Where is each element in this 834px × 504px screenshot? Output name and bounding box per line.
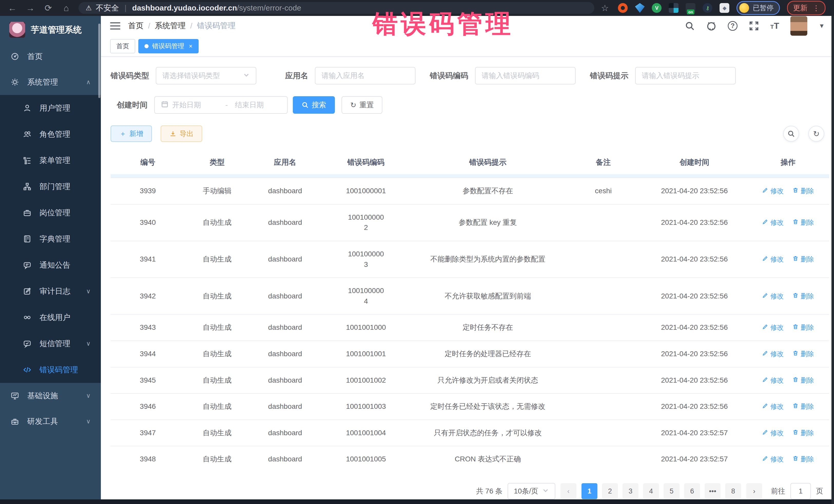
sidebar-item-在线用户[interactable]: 在线用户 [0, 304, 101, 330]
breadcrumb-item[interactable]: 系统管理 [155, 21, 185, 31]
prev-page-button[interactable]: ‹ [561, 483, 576, 499]
github-icon[interactable] [706, 21, 717, 31]
back-button[interactable]: ← [7, 4, 18, 12]
org-icon [23, 182, 32, 191]
breadcrumb-item[interactable]: 首页 [128, 21, 144, 31]
row-app: dashboard [249, 393, 321, 420]
extension-gem-icon[interactable] [635, 3, 644, 13]
sidebar-item-基础设施[interactable]: 基础设施∨ [0, 383, 101, 409]
help-icon[interactable]: ? [728, 21, 738, 31]
profile-paused-badge[interactable]: 已暂停 [737, 1, 780, 15]
date-range-input[interactable]: 开始日期 - 结束日期 [154, 96, 288, 114]
page-button-6[interactable]: 6 [684, 483, 700, 499]
edit-button[interactable]: 修改 [762, 376, 784, 386]
export-button[interactable]: 导出 [161, 126, 202, 142]
reload-button[interactable]: ⟳ [43, 4, 54, 12]
page-button-3[interactable]: 3 [622, 483, 638, 499]
pencil-icon [762, 291, 768, 301]
delete-button[interactable]: 删除 [792, 186, 814, 196]
error-code-input[interactable]: 请输入错误码编码 [475, 67, 576, 84]
close-tab-icon[interactable]: × [189, 43, 193, 50]
pagination: 共 76 条 10条/页 ‹ 123456•••8 › 前往 1 页 [112, 483, 823, 499]
extension-v-icon[interactable]: V [652, 3, 662, 13]
delete-button[interactable]: 删除 [792, 218, 814, 227]
edit-button[interactable]: 修改 [762, 291, 784, 301]
address-bar[interactable]: ⚠ 不安全 | dashboard.yudao.iocoder.cn/syste… [79, 2, 594, 14]
delete-button[interactable]: 删除 [792, 455, 814, 464]
sidebar-item-label: 系统管理 [27, 77, 58, 88]
more-pages-button[interactable]: ••• [705, 483, 721, 499]
bookmark-star-icon[interactable]: ☆ [601, 3, 609, 13]
page-size-select[interactable]: 10条/页 [508, 483, 555, 499]
browser-menu-kebab-icon[interactable]: ⋮ [812, 4, 820, 12]
browser-update-button[interactable]: 更新 ⋮ [787, 1, 826, 15]
sidebar-item-label: 研发工具 [27, 416, 58, 427]
edit-button[interactable]: 修改 [762, 218, 784, 227]
sidebar-item-label: 短信管理 [40, 338, 70, 349]
goto-page-input[interactable]: 1 [790, 483, 811, 499]
sidebar-item-错误码管理[interactable]: 错误码管理 [0, 357, 101, 383]
extension-grid-icon[interactable] [669, 3, 679, 13]
search-icon[interactable] [685, 21, 695, 31]
home-button[interactable]: ⌂ [61, 4, 72, 12]
delete-button[interactable]: 删除 [792, 428, 814, 438]
reset-button[interactable]: ↻ 重置 [342, 96, 382, 114]
page-scrollbar[interactable] [831, 16, 834, 504]
app-logo[interactable]: 芋道管理系统 [0, 16, 101, 44]
delete-button[interactable]: 删除 [792, 323, 814, 333]
tab-首页[interactable]: 首页 [110, 39, 135, 53]
sidebar-scrollbar[interactable] [98, 24, 100, 98]
avatar-dropdown-caret-icon[interactable]: ▼ [819, 22, 825, 29]
sidebar-item-部门管理[interactable]: 部门管理 [0, 174, 101, 200]
delete-button[interactable]: 删除 [792, 402, 814, 412]
sidebar-item-岗位管理[interactable]: 岗位管理 [0, 200, 101, 226]
error-hint-input[interactable]: 请输入错误码提示 [635, 67, 736, 84]
sidebar-item-短信管理[interactable]: 短信管理∨ [0, 330, 101, 357]
sidebar-item-通知公告[interactable]: 通知公告 [0, 252, 101, 278]
edit-button[interactable]: 修改 [762, 323, 784, 333]
error-type-select[interactable]: 请选择错误码类型 [156, 67, 256, 84]
sidebar-item-研发工具[interactable]: 研发工具∨ [0, 409, 101, 434]
show-search-toggle-button[interactable] [783, 126, 799, 141]
forward-button[interactable]: → [25, 4, 36, 12]
row-remark [565, 420, 642, 446]
page-button-2[interactable]: 2 [602, 483, 618, 499]
extension-key-icon[interactable]: ⚷ [703, 3, 712, 13]
tab-错误码管理[interactable]: 错误码管理× [138, 39, 199, 53]
page-button-4[interactable]: 4 [643, 483, 659, 499]
delete-button[interactable]: 删除 [792, 291, 814, 301]
extension-switch-icon[interactable]: on [686, 3, 696, 13]
edit-button[interactable]: 修改 [762, 455, 784, 464]
delete-button[interactable]: 删除 [792, 376, 814, 386]
breadcrumb-separator: / [148, 22, 150, 30]
sidebar-item-首页[interactable]: 首页 [0, 44, 101, 69]
page-button-1[interactable]: 1 [581, 483, 597, 499]
edit-button[interactable]: 修改 [762, 428, 784, 438]
row-code: 1001001002 [321, 367, 411, 394]
next-page-button[interactable]: › [746, 483, 762, 499]
page-button-5[interactable]: 5 [664, 483, 680, 499]
delete-button[interactable]: 删除 [792, 255, 814, 264]
font-size-icon[interactable]: TT [770, 21, 779, 31]
add-button[interactable]: ＋ 新增 [111, 126, 152, 142]
page-button-8[interactable]: 8 [725, 483, 741, 499]
edit-button[interactable]: 修改 [762, 349, 784, 359]
user-avatar[interactable] [790, 16, 807, 36]
sidebar-item-字典管理[interactable]: 字典管理 [0, 226, 101, 252]
search-button[interactable]: 搜索 [293, 96, 335, 114]
sidebar-item-角色管理[interactable]: 角色管理 [0, 121, 101, 147]
refresh-table-button[interactable]: ↻ [808, 126, 824, 141]
app-name-input[interactable]: 请输入应用名 [315, 67, 415, 84]
extension-ubuntu-icon[interactable] [618, 3, 628, 13]
fullscreen-icon[interactable] [749, 21, 759, 31]
edit-button[interactable]: 修改 [762, 255, 784, 264]
edit-button[interactable]: 修改 [762, 402, 784, 412]
sidebar-item-系统管理[interactable]: 系统管理∧ [0, 69, 101, 95]
sidebar-item-用户管理[interactable]: 用户管理 [0, 95, 101, 121]
extensions-puzzle-icon[interactable]: ◆ [720, 3, 729, 13]
delete-button[interactable]: 删除 [792, 349, 814, 359]
sidebar-item-审计日志[interactable]: 审计日志∨ [0, 278, 101, 304]
hamburger-icon[interactable] [110, 20, 120, 31]
sidebar-item-菜单管理[interactable]: 菜单管理 [0, 147, 101, 174]
edit-button[interactable]: 修改 [762, 186, 784, 196]
